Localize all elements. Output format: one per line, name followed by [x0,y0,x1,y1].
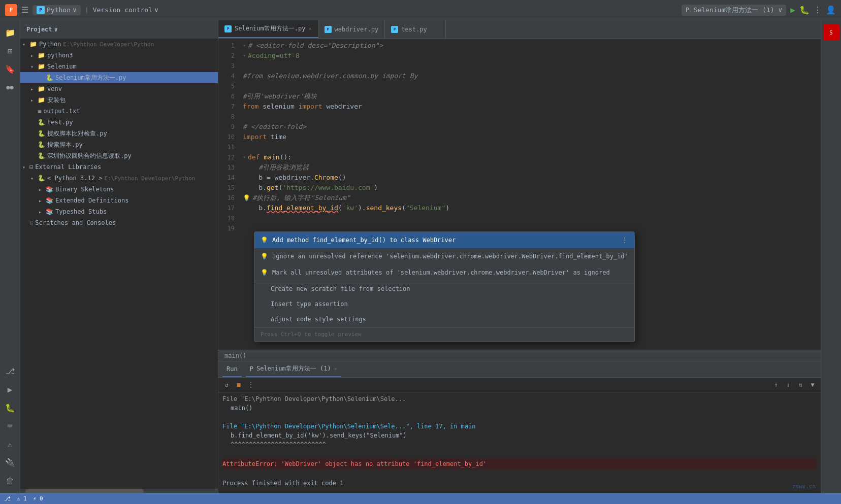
run-config-icon: P [686,6,690,14]
hamburger-menu-icon[interactable]: ☰ [21,5,28,15]
terminal-activity-icon[interactable]: ⌨ [2,418,18,434]
tree-item-python3[interactable]: ▸ 📁 python3 [20,50,218,61]
tree-item-search-py[interactable]: 🐍 搜索脚本.py [20,139,218,150]
run-tab[interactable]: Run [222,361,242,377]
trash-activity-icon[interactable]: 🗑 [2,473,18,489]
version-control-button[interactable]: Version control ∨ [93,6,158,14]
lightbulb-icon[interactable]: 💡 [243,193,250,203]
tab-close-icon[interactable]: ✕ [308,26,311,31]
code-function: Chrome [314,173,338,183]
folder-icon: 📁 [38,85,45,92]
tree-item-python-root[interactable]: ▾ 📁 Python E:\Pyhthon Developer\Python [20,39,218,50]
popup-action-insert-type[interactable]: Insert type assertion [254,296,634,312]
expand-arrow-icon: ▾ [22,164,28,170]
tree-item-test-py[interactable]: 🐍 test.py [20,117,218,128]
popup-action-code-style[interactable]: Adjust code style settings [254,312,634,327]
scroll-down-icon[interactable]: ↓ [783,380,793,390]
code-line-18 [243,213,817,223]
more-run-options-icon[interactable]: ⋮ [246,380,256,390]
run-config-chevron-icon: ∨ [779,6,783,14]
popup-action-label: Create new scratch file from selection [271,284,410,294]
fold-icon[interactable]: ▾ [243,152,246,162]
run-output-blank3 [222,469,817,479]
more-options-icon[interactable]: ⋮ [621,235,628,245]
bookmark-activity-icon[interactable]: 🔖 [2,61,18,77]
debug-button[interactable]: 🐛 [799,5,810,15]
tree-item-binary-skeletons[interactable]: ▸ 📚 Binary Skeletons [20,184,218,195]
tree-label: 安装包 [47,96,66,105]
code-text: #引用谷歌浏览器 [258,162,309,173]
text-file-icon: ≡ [38,108,41,115]
tree-item-selenium-main[interactable]: 🐍 Selenium常用方法一.py [20,72,218,83]
code-string: 'https://www.baidu.com' [282,183,374,193]
tree-item-extended-defs[interactable]: ▸ 📚 Extended Definitions [20,195,218,206]
tree-item-typeshed-stubs[interactable]: ▸ 📚 Typeshed Stubs [20,206,218,217]
profile-button[interactable]: 👤 [826,5,836,15]
right-icon-1[interactable]: S [823,24,839,41]
popup-action-new-scratch[interactable]: Create new scratch file from selection [254,281,634,296]
tree-item-venv[interactable]: ▸ 📁 venv [20,83,218,94]
version-control-chevron-icon: ∨ [154,6,158,14]
find-activity-icon[interactable]: ●● [2,79,18,95]
tree-item-scratches[interactable]: ≡ Scratches and Consoles [20,217,218,228]
git-activity-icon[interactable]: ⎇ [2,363,18,379]
run-panel-header: Run P Selenium常用方法一 (1) ✕ [218,361,821,378]
tree-item-output-txt[interactable]: ≡ output.txt [20,106,218,117]
run-configuration[interactable]: P Selenium常用方法一 (1) ∨ [682,5,787,16]
project-selector[interactable]: P Python ∨ [33,5,81,15]
run-button[interactable]: ▶ [790,5,795,15]
code-text: webdriver [322,102,362,112]
expand-arrow-icon: ▸ [39,198,45,204]
rerun-icon[interactable]: ↺ [221,380,232,390]
code-editor: 12345 678910 1112131415 16171819 ▾ # <ed… [218,39,821,350]
scroll-up-icon[interactable]: ↑ [771,380,781,390]
run-panel-output: File "E:\Pyhthon Developer\Python\Seleni… [218,392,821,493]
structure-activity-icon[interactable]: ⊞ [2,43,18,59]
tab-webdriver[interactable]: P webdriver.py [318,20,385,38]
popup-item-mark-ignored[interactable]: 💡 Mark all unresolved attributes of 'sel… [254,264,634,281]
code-line-1: ▾ # <editor-fold desc="Description"> [243,41,817,51]
tree-label: output.txt [43,108,80,115]
code-line-14: b = webdriver. Chrome () [243,173,817,183]
line-numbers: 12345 678910 1112131415 16171819 [218,39,239,350]
tree-label: External Libraries [35,163,101,171]
tree-item-ext-libs[interactable]: ▾ ⊟ External Libraries [20,161,218,173]
code-line-3 [243,61,817,71]
tree-item-shenzhen-py[interactable]: 🐍 深圳协议回购合约信息读取.py [20,150,218,161]
filter-output-icon[interactable]: ▼ [807,380,818,390]
folder-activity-icon[interactable]: 📁 [2,24,18,41]
popup-item-add-method[interactable]: 💡 Add method find_element_by_id() to cla… [254,232,634,248]
status-git-icon: ⎇ [4,495,11,502]
debug-activity-icon[interactable]: 🐛 [2,399,18,416]
editor-code-content[interactable]: ▾ # <editor-fold desc="Description"> ▾ #… [239,39,821,350]
popup-item-ignore-ref[interactable]: 💡 Ignore an unresolved reference 'seleni… [254,248,634,264]
tree-item-packages[interactable]: ▸ 📁 安装包 [20,94,218,106]
tab-selenium-main[interactable]: P Selenium常用方法一.py ✕ [218,20,318,38]
code-text: #from selenium.webdriver.common.by impor… [243,71,417,81]
stop-icon[interactable]: ■ [234,380,244,390]
plugins-activity-icon[interactable]: 🔌 [2,454,18,471]
popup-item-label: Add method find_element_by_id() to class… [272,235,456,245]
tree-item-python312[interactable]: ▾ 🐍 < Python 3.12 > E:\Pyhthon Developer… [20,173,218,184]
fold-icon[interactable]: ▾ [243,41,246,51]
code-line-10: import time [243,132,817,142]
problems-activity-icon[interactable]: ⚠ [2,436,18,452]
run-activity-icon[interactable]: ▶ [2,381,18,397]
popup-footer: Press Ctrl+Q to toggle preview [254,327,634,342]
tab-bar: P Selenium常用方法一.py ✕ P webdriver.py P te… [218,20,821,39]
run-tab-close-icon[interactable]: ✕ [334,366,337,372]
run-config-tab[interactable]: P Selenium常用方法一 (1) ✕ [246,361,341,377]
tree-item-selenium-folder[interactable]: ▾ 📁 Selenium [20,61,218,72]
tab-test[interactable]: P test.py [385,20,446,38]
code-text: #执行后, 输入字符"Selenium" [252,193,350,203]
status-bar: ⎇ ⚠ 1 ⚡ 0 znwx.cn [0,493,841,504]
code-line-6: #引用'webdriver'模块 [243,91,817,102]
path-label: E:\Pyhthon Developer\Python [104,175,195,182]
sort-icon[interactable]: ⇅ [795,380,805,390]
fold-icon[interactable]: ▾ [243,51,246,61]
more-options-icon[interactable]: ⋮ [814,5,822,15]
run-config-label: Selenium常用方法一 (1) [694,6,774,15]
tree-item-auth-py[interactable]: 🐍 授权脚本比对检查.py [20,128,218,139]
python-file-icon: 🐍 [46,74,53,81]
tree-label: Selenium [47,63,77,70]
